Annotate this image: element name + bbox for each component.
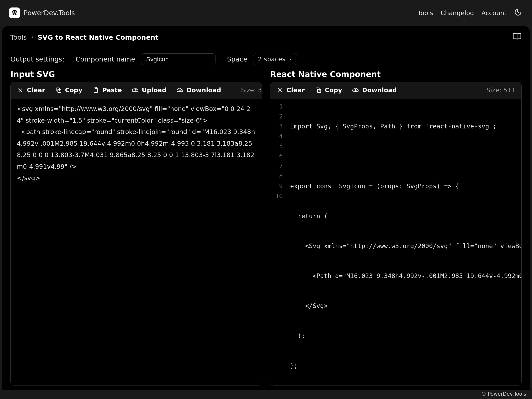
nav-account[interactable]: Account — [481, 9, 507, 17]
input-download-label: Download — [186, 86, 221, 94]
output-clear-label: Clear — [287, 86, 305, 94]
input-upload-button[interactable]: Upload — [132, 86, 166, 94]
footer-copyright: © PowerDev.Tools — [478, 390, 529, 398]
code-line: export const SvgIcon = (props: SvgProps)… — [290, 181, 521, 191]
nav-changelog[interactable]: Changelog — [441, 9, 474, 17]
output-copy-label: Copy — [325, 86, 342, 94]
line-number: 2 — [275, 111, 283, 121]
input-copy-button[interactable]: Copy — [55, 86, 82, 94]
input-toolbar: Clear Copy Paste Upload — [11, 82, 262, 99]
code-gutter: 1 2 3 4 5 6 7 8 9 10 — [270, 99, 286, 386]
input-upload-label: Upload — [142, 86, 166, 94]
setting-space: Space 2 spaces — [227, 53, 297, 65]
output-settings: Output settings: Component name Space 2 … — [2, 48, 530, 69]
nav-right: Tools Changelog Account — [418, 8, 522, 18]
code-line: return ( — [290, 211, 521, 221]
code-line: ); — [290, 331, 521, 341]
line-number: 6 — [275, 151, 283, 161]
line-number: 10 — [275, 191, 283, 201]
output-editor-body: 1 2 3 4 5 6 7 8 9 10 import Svg, { — [270, 99, 521, 386]
line-number: 7 — [275, 161, 283, 171]
line-number: 9 — [275, 181, 283, 191]
space-label: Space — [227, 55, 247, 63]
panel-output-box: Clear Copy Download Size: 511 — [270, 82, 522, 386]
brand[interactable]: PowerDev.Tools — [9, 7, 75, 18]
nav-tools[interactable]: Tools — [418, 9, 433, 17]
output-toolbar: Clear Copy Download Size: 511 — [270, 82, 521, 99]
input-copy-label: Copy — [65, 86, 82, 94]
panel-input-title: Input SVG — [10, 69, 262, 82]
input-paste-label: Paste — [102, 86, 122, 94]
code-line: <Svg xmlns="http://www.w3.org/2000/svg" … — [290, 241, 521, 251]
input-editor-body — [11, 99, 262, 386]
panel-input: Input SVG Clear Copy Paste — [10, 69, 262, 386]
docs-book-icon[interactable] — [513, 32, 522, 43]
breadcrumb-leaf: SVG to React Native Component — [38, 33, 158, 41]
line-number: 3 — [275, 121, 283, 131]
space-select-value: 2 spaces — [258, 56, 285, 63]
chevron-right-icon — [30, 33, 35, 41]
panel-output-title: React Native Component — [270, 69, 522, 82]
input-size-label: Size: 3 — [241, 86, 262, 94]
breadcrumb-row: Tools SVG to React Native Component — [2, 26, 530, 48]
output-size-label: Size: 511 — [487, 86, 515, 94]
code-view[interactable]: 1 2 3 4 5 6 7 8 9 10 import Svg, { — [270, 99, 521, 386]
line-number: 4 — [275, 131, 283, 141]
output-clear-button[interactable]: Clear — [277, 86, 305, 94]
content-card: Tools SVG to React Native Component Outp… — [2, 26, 530, 390]
output-download-button[interactable]: Download — [352, 86, 397, 94]
output-download-label: Download — [362, 86, 397, 94]
code-line: </Svg> — [290, 301, 521, 311]
panels: Input SVG Clear Copy Paste — [2, 69, 530, 390]
panel-input-box: Clear Copy Paste Upload — [10, 82, 262, 386]
panel-output: React Native Component Clear Copy Downlo… — [270, 69, 522, 386]
topbar: PowerDev.Tools Tools Changelog Account — [0, 0, 532, 26]
setting-component-name: Component name — [76, 53, 216, 65]
code-line: }; — [290, 361, 521, 371]
component-name-label: Component name — [76, 55, 135, 63]
input-clear-label: Clear — [27, 86, 45, 94]
output-copy-button[interactable]: Copy — [315, 86, 342, 94]
input-clear-button[interactable]: Clear — [17, 86, 45, 94]
theme-toggle-moon-icon[interactable] — [514, 8, 522, 18]
code-line: import Svg, { SvgProps, Path } from 'rea… — [290, 121, 521, 131]
brand-logo-icon — [9, 7, 20, 18]
line-number: 1 — [275, 101, 283, 111]
component-name-input[interactable] — [141, 53, 216, 65]
svg-input-textarea[interactable] — [11, 99, 262, 386]
code-lines: import Svg, { SvgProps, Path } from 'rea… — [286, 99, 521, 386]
space-select[interactable]: 2 spaces — [253, 53, 297, 65]
input-paste-button[interactable]: Paste — [92, 86, 122, 94]
code-line — [290, 151, 521, 161]
input-download-button[interactable]: Download — [177, 86, 221, 94]
brand-name: PowerDev.Tools — [24, 9, 75, 17]
breadcrumb: Tools SVG to React Native Component — [10, 33, 158, 41]
output-settings-heading: Output settings: — [10, 55, 64, 63]
line-number: 8 — [275, 171, 283, 181]
caret-down-icon — [288, 56, 292, 63]
line-number: 5 — [275, 141, 283, 151]
breadcrumb-root[interactable]: Tools — [10, 33, 27, 41]
svg-point-0 — [14, 10, 16, 12]
code-line: <Path d="M16.023 9.348h4.992v-.001M2.985… — [290, 271, 521, 281]
